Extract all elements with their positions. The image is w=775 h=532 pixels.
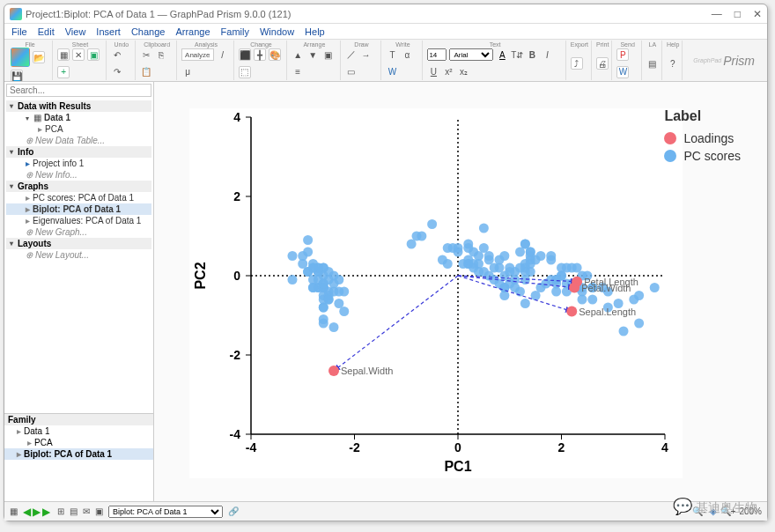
- sheet-selector[interactable]: Biplot: PCA of Data 1: [108, 506, 223, 518]
- tree-item[interactable]: ▸ Biplot: PCA of Data 1: [6, 203, 151, 215]
- family-item[interactable]: ▸ PCA: [4, 437, 153, 448]
- nav-buttons[interactable]: ◀▶▶: [23, 506, 52, 518]
- back-icon[interactable]: ▼: [306, 48, 319, 61]
- prism-icon[interactable]: [11, 48, 30, 67]
- bold-icon[interactable]: B: [526, 48, 538, 61]
- front-icon[interactable]: ▲: [292, 48, 304, 61]
- send-word-icon[interactable]: W: [616, 66, 629, 78]
- link-icon[interactable]: 🔗: [228, 506, 239, 516]
- la-icon[interactable]: ▤: [646, 57, 659, 70]
- tree-item[interactable]: ⊕ New Layout...: [6, 249, 151, 261]
- stats-icon[interactable]: μ: [181, 66, 194, 78]
- new-layout-icon[interactable]: +: [57, 66, 70, 78]
- color-icon[interactable]: 🎨: [269, 48, 281, 61]
- svg-point-99: [505, 263, 514, 273]
- tree-section[interactable]: Data with Results: [6, 100, 151, 112]
- arrow-icon[interactable]: →: [360, 48, 373, 61]
- save-icon[interactable]: 💾: [11, 70, 23, 82]
- italic-icon[interactable]: I: [541, 48, 553, 61]
- underline-icon[interactable]: U: [427, 66, 439, 78]
- cut-icon[interactable]: ✂: [140, 48, 152, 61]
- analyze-button[interactable]: Analyze: [181, 48, 213, 61]
- status-icon-1[interactable]: ⊞: [57, 506, 64, 516]
- new-graph-icon[interactable]: ▣: [87, 48, 100, 61]
- export-icon[interactable]: ⤴: [571, 57, 583, 70]
- super-icon[interactable]: x²: [442, 66, 454, 78]
- help-icon[interactable]: ?: [667, 57, 679, 70]
- open-icon[interactable]: 📂: [33, 51, 45, 63]
- close-button[interactable]: ✕: [753, 8, 762, 20]
- svg-text:4: 4: [233, 110, 240, 124]
- svg-point-158: [567, 263, 577, 273]
- menu-file[interactable]: File: [11, 26, 27, 37]
- search-input[interactable]: [6, 84, 151, 97]
- tree-item[interactable]: ⊕ New Graph...: [6, 226, 151, 238]
- align-icon[interactable]: ≡: [292, 66, 304, 78]
- font-name-select[interactable]: Arial: [449, 48, 493, 61]
- svg-point-105: [438, 255, 447, 265]
- fit-icon[interactable]: /: [217, 48, 229, 61]
- tree-item[interactable]: ▸ PCA: [6, 123, 151, 135]
- maximize-button[interactable]: □: [734, 8, 741, 20]
- axes-icon[interactable]: ╋: [254, 48, 266, 61]
- menu-help[interactable]: Help: [305, 26, 325, 37]
- paste-icon[interactable]: 📋: [140, 66, 152, 78]
- tree-item[interactable]: ▸ PC scores: PCA of Data 1: [6, 192, 151, 203]
- tree-section[interactable]: Info: [6, 146, 151, 158]
- svg-point-115: [463, 243, 473, 253]
- zoom-fit-icon[interactable]: ◈: [710, 506, 717, 516]
- menu-edit[interactable]: Edit: [38, 26, 55, 37]
- navigator-tree[interactable]: Data with Results▦ Data 1▸ PCA⊕ New Data…: [4, 99, 153, 413]
- font-color-icon[interactable]: A: [496, 48, 508, 61]
- tree-item[interactable]: ▸ Project info 1: [6, 158, 151, 169]
- svg-text:2: 2: [233, 189, 240, 203]
- family-item[interactable]: ▸ Data 1: [4, 425, 153, 437]
- zoom-level[interactable]: 200%: [739, 506, 762, 516]
- font-size-input[interactable]: [427, 48, 447, 61]
- word-icon[interactable]: W: [386, 66, 398, 78]
- sheet-type-icon[interactable]: ▦: [10, 506, 18, 516]
- group-icon[interactable]: ▣: [321, 48, 334, 61]
- menu-family[interactable]: Family: [221, 26, 249, 37]
- rect-icon[interactable]: ▭: [345, 66, 358, 78]
- copy-icon[interactable]: ⎘: [155, 48, 167, 61]
- tree-item[interactable]: ▦ Data 1: [6, 112, 151, 123]
- minimize-button[interactable]: —: [712, 8, 722, 20]
- send-ppt-icon[interactable]: P: [616, 48, 629, 61]
- tree-section[interactable]: Layouts: [6, 238, 151, 249]
- status-icon-2[interactable]: ▤: [70, 506, 78, 516]
- text-tool-icon[interactable]: T: [386, 48, 398, 61]
- svg-point-113: [495, 255, 505, 265]
- menu-change[interactable]: Change: [131, 26, 166, 37]
- menu-view[interactable]: View: [65, 26, 86, 37]
- svg-point-148: [634, 291, 644, 300]
- svg-point-48: [288, 275, 298, 284]
- text-align-icon[interactable]: T⇵: [511, 48, 523, 61]
- tree-item[interactable]: ⊕ New Info...: [6, 169, 151, 181]
- sub-icon[interactable]: x₂: [457, 66, 469, 78]
- tree-section[interactable]: Graphs: [6, 181, 151, 192]
- legend-pcscores: PC scores: [664, 149, 741, 163]
- delete-sheet-icon[interactable]: ✕: [72, 48, 85, 61]
- family-item[interactable]: ▸ Biplot: PCA of Data 1: [4, 448, 153, 460]
- graph-canvas[interactable]: -4-2024-4-2024PC1PC2Sepal.LengthSepal.Wi…: [154, 82, 767, 501]
- redo-icon[interactable]: ↷: [111, 66, 123, 78]
- menu-insert[interactable]: Insert: [96, 26, 121, 37]
- graph-type-icon[interactable]: ⬛: [239, 48, 251, 61]
- undo-icon[interactable]: ↶: [111, 48, 123, 61]
- menu-arrange[interactable]: Arrange: [175, 26, 210, 37]
- status-icon-3[interactable]: ✉: [83, 506, 90, 516]
- line-icon[interactable]: ／: [345, 48, 358, 61]
- status-icon-4[interactable]: ▣: [95, 506, 103, 516]
- menu-window[interactable]: Window: [260, 26, 294, 37]
- new-sheet-icon[interactable]: ▦: [57, 48, 70, 61]
- zoom-out-icon[interactable]: 🔍-: [692, 506, 705, 516]
- size-icon[interactable]: ⬚: [239, 66, 251, 78]
- tree-item[interactable]: ▸ Eigenvalues: PCA of Data 1: [6, 215, 151, 226]
- zoom-in-icon[interactable]: 🔍+: [720, 506, 736, 516]
- menubar: File Edit View Insert Change Arrange Fam…: [4, 24, 767, 40]
- legend: Label Loadings PC scores: [664, 108, 741, 166]
- greek-icon[interactable]: α: [401, 48, 413, 61]
- tree-item[interactable]: ⊕ New Data Table...: [6, 135, 151, 146]
- print-icon[interactable]: 🖨: [596, 57, 609, 70]
